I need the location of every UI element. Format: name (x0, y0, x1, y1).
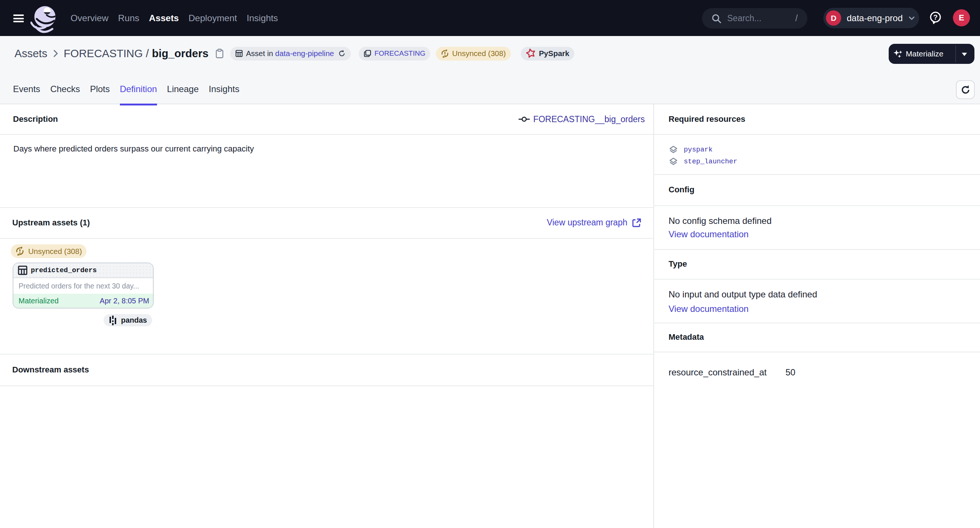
svg-text:?: ? (933, 13, 938, 21)
